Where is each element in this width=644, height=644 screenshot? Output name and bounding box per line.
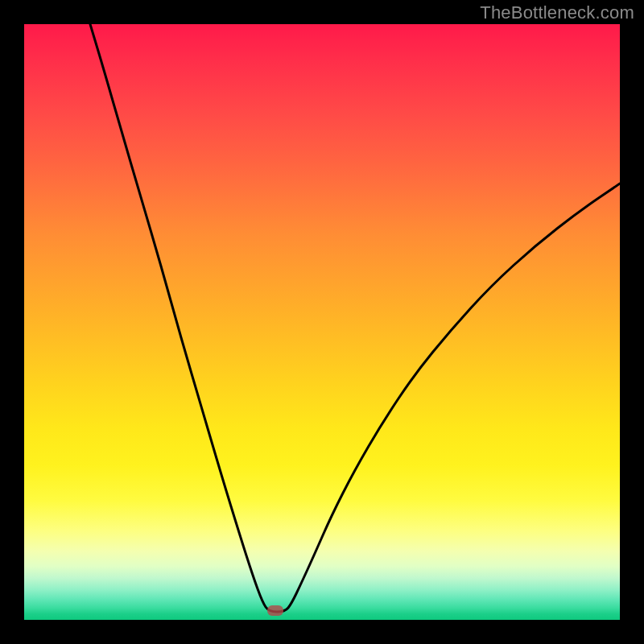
minimum-marker (267, 605, 283, 616)
watermark-label: TheBottleneck.com (480, 2, 634, 23)
chart-frame: TheBottleneck.com (0, 0, 644, 644)
curve-svg (24, 24, 620, 620)
plot-area (24, 24, 620, 620)
bottleneck-curve (90, 24, 620, 612)
